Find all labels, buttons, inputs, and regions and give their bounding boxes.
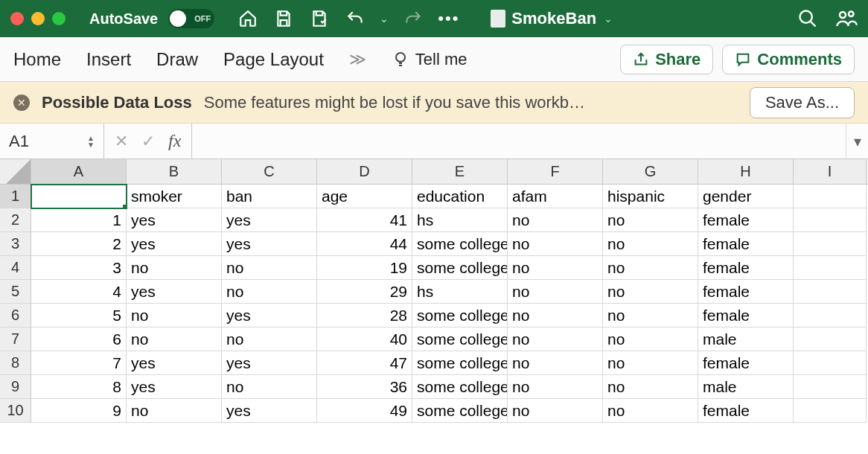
cell-I6[interactable]	[794, 304, 867, 327]
row-header-10[interactable]: 10	[0, 399, 31, 423]
tab-home[interactable]: Home	[13, 49, 61, 70]
cell-G10[interactable]: no	[603, 399, 698, 423]
name-box-stepper[interactable]: ▲▼	[87, 135, 95, 148]
minimize-window-button[interactable]	[31, 12, 45, 25]
cell-B3[interactable]: yes	[127, 232, 222, 256]
tab-insert[interactable]: Insert	[86, 49, 131, 70]
save-as-icon[interactable]	[308, 7, 331, 30]
cell-F10[interactable]: no	[508, 399, 603, 423]
cell-C5[interactable]: no	[222, 280, 317, 304]
cell-G9[interactable]: no	[603, 375, 698, 399]
cell-E7[interactable]: some college	[412, 327, 508, 351]
cell-E8[interactable]: some college	[412, 351, 508, 375]
cell-A6[interactable]: 5	[31, 304, 127, 327]
row-header-2[interactable]: 2	[0, 208, 31, 232]
column-header-A[interactable]: A	[31, 159, 127, 184]
cell-D4[interactable]: 19	[317, 256, 412, 280]
cell-H8[interactable]: female	[698, 351, 794, 375]
formula-cancel-icon[interactable]: ✕	[115, 132, 128, 151]
cell-I3[interactable]	[794, 232, 867, 256]
warning-close-icon[interactable]: ✕	[13, 95, 30, 111]
cell-G2[interactable]: no	[603, 208, 698, 232]
cell-B9[interactable]: yes	[127, 375, 222, 399]
cell-E4[interactable]: some college	[412, 256, 508, 280]
column-header-B[interactable]: B	[127, 159, 222, 184]
cell-G7[interactable]: no	[603, 327, 698, 351]
cell-H7[interactable]: male	[698, 327, 794, 351]
cell-D10[interactable]: 49	[317, 399, 412, 423]
cell-I8[interactable]	[794, 351, 867, 375]
cell-C4[interactable]: no	[222, 256, 317, 280]
undo-icon[interactable]	[344, 7, 366, 30]
cell-D9[interactable]: 36	[317, 375, 412, 399]
cell-C2[interactable]: yes	[222, 208, 317, 232]
cell-F9[interactable]: no	[508, 375, 603, 399]
cell-C1[interactable]: ban	[222, 185, 317, 208]
formula-confirm-icon[interactable]: ✓	[141, 132, 155, 151]
cell-C10[interactable]: yes	[222, 399, 317, 423]
close-window-button[interactable]	[10, 12, 24, 25]
cell-G6[interactable]: no	[603, 304, 698, 327]
home-icon[interactable]	[237, 7, 259, 30]
undo-dropdown-icon[interactable]: ⌄	[380, 13, 389, 25]
cell-I4[interactable]	[794, 256, 867, 280]
fx-label[interactable]: fx	[168, 131, 181, 151]
ribbon-more-icon[interactable]: ≫	[349, 50, 366, 69]
cell-D6[interactable]: 28	[317, 304, 412, 327]
cell-D2[interactable]: 41	[317, 208, 412, 232]
cell-H4[interactable]: female	[698, 256, 794, 280]
row-header-5[interactable]: 5	[0, 280, 31, 304]
cell-A1[interactable]	[31, 185, 127, 208]
column-header-I[interactable]: I	[794, 159, 867, 184]
cell-D1[interactable]: age	[317, 185, 412, 208]
cell-E1[interactable]: education	[412, 185, 508, 208]
cell-I2[interactable]	[794, 208, 867, 232]
tab-draw[interactable]: Draw	[156, 49, 198, 70]
cell-I7[interactable]	[794, 327, 867, 351]
name-box[interactable]: A1 ▲▼	[0, 124, 104, 159]
column-header-E[interactable]: E	[412, 159, 508, 184]
cell-D7[interactable]: 40	[317, 327, 412, 351]
cell-I5[interactable]	[794, 280, 867, 304]
cell-B7[interactable]: no	[127, 327, 222, 351]
document-title-wrap[interactable]: SmokeBan ⌄	[491, 9, 613, 28]
cell-G5[interactable]: no	[603, 280, 698, 304]
redo-icon[interactable]	[402, 7, 424, 30]
cell-G8[interactable]: no	[603, 351, 698, 375]
row-header-6[interactable]: 6	[0, 304, 31, 327]
cell-H10[interactable]: female	[698, 399, 794, 423]
cell-B1[interactable]: smoker	[127, 185, 222, 208]
cell-F4[interactable]: no	[508, 256, 603, 280]
row-header-1[interactable]: 1	[0, 185, 31, 208]
share-button[interactable]: Share	[620, 45, 713, 74]
cell-G1[interactable]: hispanic	[603, 185, 698, 208]
cell-A7[interactable]: 6	[31, 327, 127, 351]
cell-G4[interactable]: no	[603, 256, 698, 280]
search-icon[interactable]	[797, 7, 819, 30]
cell-G3[interactable]: no	[603, 232, 698, 256]
select-all-corner[interactable]	[0, 159, 31, 184]
column-header-F[interactable]: F	[508, 159, 603, 184]
cell-I9[interactable]	[794, 375, 867, 399]
cell-D5[interactable]: 29	[317, 280, 412, 304]
cell-H2[interactable]: female	[698, 208, 794, 232]
cell-E5[interactable]: hs	[412, 280, 508, 304]
cell-F8[interactable]: no	[508, 351, 603, 375]
maximize-window-button[interactable]	[52, 12, 66, 25]
cell-F2[interactable]: no	[508, 208, 603, 232]
tell-me[interactable]: Tell me	[392, 50, 467, 69]
cell-B4[interactable]: no	[127, 256, 222, 280]
cell-C3[interactable]: yes	[222, 232, 317, 256]
cell-F6[interactable]: no	[508, 304, 603, 327]
cell-A10[interactable]: 9	[31, 399, 127, 423]
cell-H1[interactable]: gender	[698, 185, 794, 208]
cell-H6[interactable]: female	[698, 304, 794, 327]
column-header-G[interactable]: G	[603, 159, 698, 184]
cell-E2[interactable]: hs	[412, 208, 508, 232]
autosave-toggle[interactable]: OFF	[168, 9, 214, 28]
cell-A8[interactable]: 7	[31, 351, 127, 375]
cell-C9[interactable]: no	[222, 375, 317, 399]
cell-A3[interactable]: 2	[31, 232, 127, 256]
cell-E9[interactable]: some college	[412, 375, 508, 399]
cell-H3[interactable]: female	[698, 232, 794, 256]
